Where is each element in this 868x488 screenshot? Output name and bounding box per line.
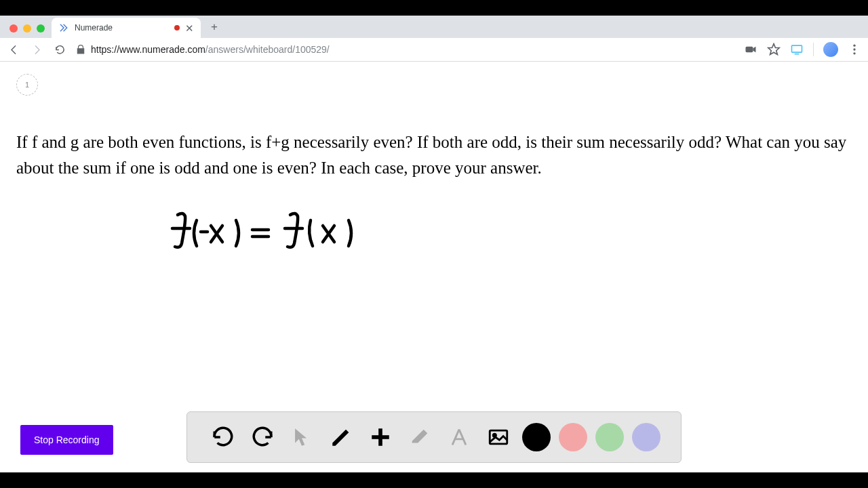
eraser-tool-button[interactable] <box>404 422 435 453</box>
undo-button[interactable] <box>208 422 239 453</box>
svg-point-4 <box>853 45 855 47</box>
divider <box>813 43 814 56</box>
url-bar: https://www.numerade.com/answers/whitebo… <box>0 38 868 62</box>
svg-rect-1 <box>746 47 753 52</box>
tab-title: Numerade <box>75 23 169 33</box>
forward-button[interactable] <box>30 43 43 56</box>
bookmark-star-icon[interactable] <box>767 43 781 56</box>
camera-icon[interactable] <box>744 43 757 56</box>
add-tool-button[interactable] <box>365 422 396 453</box>
url-host: https://www.numerade.com <box>91 44 205 55</box>
svg-rect-2 <box>792 45 802 52</box>
whiteboard-toolbar <box>186 411 682 463</box>
color-purple-button[interactable] <box>632 423 660 451</box>
tab-bar: Numerade ✕ + <box>0 16 868 38</box>
recording-indicator-icon <box>174 25 180 30</box>
equation-svg <box>168 209 372 257</box>
letterbox-top <box>0 0 868 16</box>
profile-avatar[interactable] <box>823 42 838 57</box>
address-bar[interactable]: https://www.numerade.com/answers/whitebo… <box>76 44 734 55</box>
stop-recording-button[interactable]: Stop Recording <box>20 425 113 455</box>
question-text: If f and g are both even functions, is f… <box>16 129 852 180</box>
toolbar-right-icons <box>744 42 861 57</box>
minimize-window-button[interactable] <box>23 24 31 33</box>
handwritten-equation <box>168 209 372 260</box>
lock-icon <box>76 45 85 54</box>
color-green-button[interactable] <box>595 423 624 451</box>
new-tab-button[interactable]: + <box>205 18 224 37</box>
close-tab-button[interactable]: ✕ <box>185 23 194 33</box>
text-tool-button[interactable] <box>443 422 475 453</box>
back-button[interactable] <box>7 43 20 56</box>
browser-tab[interactable]: Numerade ✕ <box>52 18 201 38</box>
cast-icon[interactable] <box>790 43 804 56</box>
page-indicator[interactable]: 1 <box>16 74 38 96</box>
url-path: /answers/whiteboard/100529/ <box>205 44 330 55</box>
tab-favicon-icon <box>58 22 69 33</box>
svg-rect-0 <box>77 49 83 54</box>
window-controls <box>5 24 52 38</box>
reload-button[interactable] <box>53 43 66 56</box>
svg-point-5 <box>853 48 855 50</box>
image-tool-button[interactable] <box>483 422 514 453</box>
url-text: https://www.numerade.com/answers/whitebo… <box>91 44 330 55</box>
maximize-window-button[interactable] <box>37 24 45 33</box>
browser-chrome: Numerade ✕ + https://www.numerade.com/an… <box>0 16 868 62</box>
color-black-button[interactable] <box>522 423 551 451</box>
pen-tool-button[interactable] <box>326 422 357 453</box>
close-window-button[interactable] <box>9 24 18 33</box>
color-pink-button[interactable] <box>559 423 587 451</box>
redo-button[interactable] <box>247 422 278 453</box>
pointer-tool-button[interactable] <box>286 422 317 453</box>
page-content: 1 If f and g are both even functions, is… <box>0 62 868 472</box>
menu-icon[interactable] <box>848 43 861 56</box>
letterbox-bottom <box>0 472 868 488</box>
svg-point-6 <box>853 52 855 54</box>
